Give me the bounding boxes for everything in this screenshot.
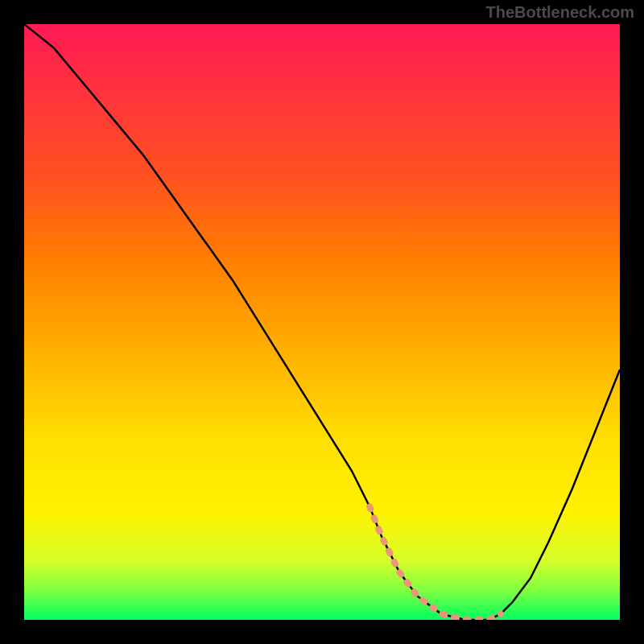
bottleneck-curve — [24, 24, 620, 620]
curve-layer — [24, 24, 620, 620]
watermark-text: TheBottleneck.com — [486, 3, 634, 22]
valley-marker — [369, 506, 501, 620]
plot-area — [24, 24, 620, 620]
